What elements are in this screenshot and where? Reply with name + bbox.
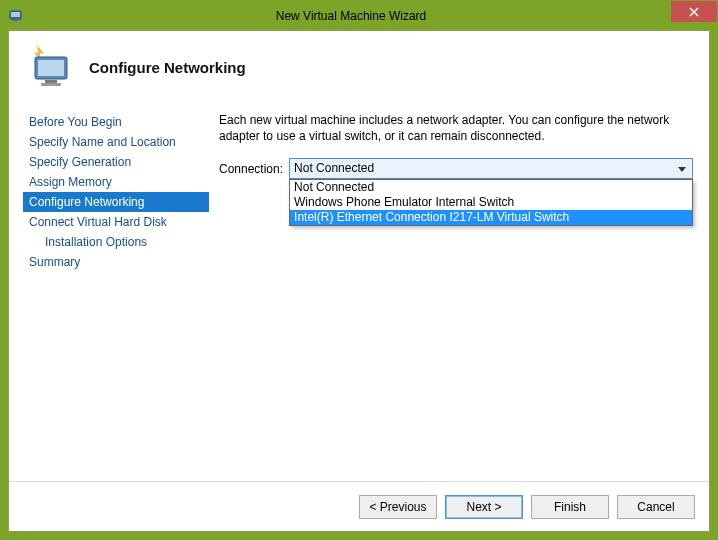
connection-label: Connection: — [219, 162, 283, 176]
sidebar-item-specify-generation[interactable]: Specify Generation — [23, 152, 209, 172]
svg-rect-2 — [13, 20, 18, 21]
connection-field: Connection: Not Connected Not Connected … — [219, 158, 693, 179]
sidebar-item-connect-virtual-hard-disk[interactable]: Connect Virtual Hard Disk — [23, 212, 209, 232]
app-icon — [9, 8, 25, 24]
connection-option-not-connected[interactable]: Not Connected — [290, 180, 692, 195]
connection-selected[interactable]: Not Connected — [289, 158, 693, 179]
client-area: Configure Networking Before You Begin Sp… — [8, 30, 710, 532]
connection-option-wp-emulator[interactable]: Windows Phone Emulator Internal Switch — [290, 195, 692, 210]
svg-rect-9 — [38, 60, 64, 76]
svg-rect-1 — [11, 12, 20, 17]
sidebar-item-configure-networking[interactable]: Configure Networking — [23, 192, 209, 212]
cancel-button[interactable]: Cancel — [617, 495, 695, 519]
wizard-window: New Virtual Machine Wizard Configure Net… — [0, 0, 718, 540]
page-title: Configure Networking — [89, 59, 246, 76]
wizard-footer: < Previous Next > Finish Cancel — [9, 481, 709, 531]
next-button[interactable]: Next > — [445, 495, 523, 519]
close-button[interactable] — [671, 1, 717, 22]
previous-button[interactable]: < Previous — [359, 495, 437, 519]
wizard-content: Each new virtual machine includes a netw… — [209, 106, 695, 486]
svg-rect-10 — [45, 80, 57, 83]
wizard-header: Configure Networking — [9, 31, 709, 106]
connection-dropdown-list: Not Connected Windows Phone Emulator Int… — [289, 179, 693, 226]
sidebar-item-installation-options[interactable]: Installation Options — [23, 232, 209, 252]
svg-point-7 — [35, 44, 39, 48]
sidebar-item-before-you-begin[interactable]: Before You Begin — [23, 112, 209, 132]
titlebar: New Virtual Machine Wizard — [1, 1, 717, 30]
sidebar-item-assign-memory[interactable]: Assign Memory — [23, 172, 209, 192]
page-description: Each new virtual machine includes a netw… — [219, 112, 693, 144]
sidebar-item-summary[interactable]: Summary — [23, 252, 209, 272]
connection-option-intel-ethernet[interactable]: Intel(R) Ethernet Connection I217-LM Vir… — [290, 210, 692, 225]
sidebar-item-specify-name-location[interactable]: Specify Name and Location — [23, 132, 209, 152]
wizard-body: Before You Begin Specify Name and Locati… — [9, 106, 709, 486]
wizard-sidebar: Before You Begin Specify Name and Locati… — [23, 106, 209, 486]
svg-rect-11 — [41, 83, 61, 86]
close-icon — [689, 7, 699, 17]
vm-network-icon — [27, 43, 75, 92]
svg-rect-3 — [12, 21, 19, 22]
finish-button[interactable]: Finish — [531, 495, 609, 519]
connection-dropdown[interactable]: Not Connected Not Connected Windows Phon… — [289, 158, 693, 179]
window-title: New Virtual Machine Wizard — [31, 9, 717, 23]
